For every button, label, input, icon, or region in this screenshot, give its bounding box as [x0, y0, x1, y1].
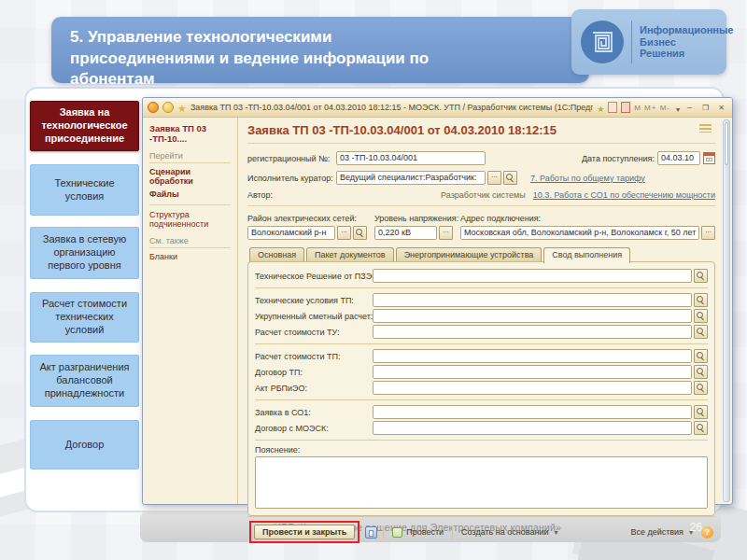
search-icon [697, 384, 705, 393]
tab-paket-dokumentov[interactable]: Пакет документов [306, 247, 394, 262]
save-icon[interactable] [365, 526, 377, 539]
logo-text-line: Бизнес [640, 36, 733, 49]
ellipsis-button[interactable] [487, 171, 501, 185]
lookup-button[interactable] [694, 365, 708, 379]
app-window: Заявка ТП 03 -ТП-10.03.04/001 от 04.03.2… [142, 97, 733, 505]
nav-link-files[interactable]: Файлы [149, 189, 231, 199]
field-input[interactable] [373, 349, 692, 363]
district-input[interactable]: Волоколамский р-н [247, 226, 335, 240]
lookup-button[interactable] [694, 325, 708, 339]
close-button[interactable] [715, 102, 727, 113]
field-label: Расчет стоимости ТУ: [255, 328, 373, 337]
field-input[interactable] [373, 381, 692, 395]
create-based-on-button[interactable]: Создать на основании [458, 525, 560, 539]
form-caption: Заявка ТП 03 -ТП-10.03.04/001 от 04.03.2… [247, 123, 715, 137]
ellipsis-button[interactable] [701, 226, 715, 240]
lookup-button[interactable] [694, 421, 708, 435]
field-input[interactable] [373, 293, 692, 307]
curator-label: Исполнитель куратор: [247, 174, 336, 183]
post-button[interactable]: Провести [389, 525, 446, 539]
ellipsis-button[interactable] [337, 226, 351, 240]
author-label: Автор: [247, 190, 336, 200]
date-label: Дата поступления: [582, 154, 655, 163]
favorites-star-icon[interactable] [177, 99, 187, 116]
field-input[interactable] [373, 309, 692, 323]
divider [255, 343, 708, 344]
nav-link-structure[interactable]: Структура подчиненности [149, 204, 231, 229]
search-icon [506, 174, 514, 183]
nav-link-blanks[interactable]: Бланки [149, 252, 231, 261]
field-label: Технические условия ТП: [255, 296, 373, 305]
ellipsis-button[interactable] [439, 226, 453, 240]
add-favorite-icon[interactable] [597, 99, 604, 116]
create-based-on-label: Создать на основании [461, 527, 548, 537]
date-input[interactable]: 04.03.10 [657, 151, 700, 165]
calendar-icon[interactable] [703, 152, 715, 164]
highlight-annotation: Провести и закрыть [249, 521, 359, 543]
lookup-button[interactable] [694, 309, 708, 323]
field-label: Техническое Решение от ПЗЭС: [255, 272, 373, 281]
help-icon[interactable] [701, 526, 713, 539]
tab-osnovnaya[interactable]: Основная [249, 247, 304, 262]
voltage-input[interactable]: 0,220 кВ [374, 226, 437, 240]
lookup-button[interactable] [694, 269, 708, 283]
system-menu-button[interactable] [148, 102, 159, 113]
field-row: Укрупненный сметный расчет: [255, 309, 708, 323]
field-input[interactable] [373, 269, 692, 283]
logo-divider [631, 21, 632, 63]
maximize-button[interactable] [699, 102, 712, 113]
tariff-work-link[interactable]: 7. Работы по общему тарифу [530, 174, 645, 183]
chevron-down-icon [552, 527, 557, 537]
lookup-button[interactable] [694, 405, 708, 419]
flow-step-tech-conditions: Технические условия [30, 164, 139, 216]
search-icon [697, 424, 705, 433]
lookup-button[interactable] [694, 381, 708, 395]
lookup-button[interactable] [503, 171, 517, 185]
document-icon[interactable] [608, 102, 617, 113]
reg-number-input[interactable]: 03 -ТП-10.03.04/001 [336, 151, 486, 165]
window-titlebar[interactable]: Заявка ТП 03 -ТП-10.03.04/001 от 04.03.2… [143, 98, 732, 118]
flow-step-network-org-request: Заявка в сетевую организацию первого уро… [30, 227, 139, 279]
all-actions-label: Все действия [630, 527, 684, 537]
form-menu-icon[interactable] [699, 124, 712, 133]
voltage-label: Уровень напряжения: [374, 214, 453, 223]
reg-number-label: регистрационный №: [247, 154, 336, 163]
back-button[interactable] [162, 102, 174, 113]
lookup-button[interactable] [694, 349, 708, 363]
flow-step-cost-calc: Расчет стоимости технических условий [30, 292, 139, 343]
lookup-button[interactable] [353, 226, 367, 240]
field-input[interactable] [373, 365, 692, 379]
scrollbar-thumb[interactable] [725, 122, 728, 165]
search-icon [697, 312, 705, 321]
logo-spiral-icon [581, 21, 624, 63]
post-and-close-button[interactable]: Провести и закрыть [254, 525, 355, 539]
logo-text-line: Информационные [640, 24, 733, 36]
note-textarea[interactable] [255, 456, 708, 509]
vertical-scrollbar[interactable] [723, 119, 730, 502]
calculator-memory-buttons[interactable]: М М+ М- [634, 104, 670, 112]
field-row: Расчет стоимости ТП: [255, 349, 708, 363]
field-input[interactable] [373, 405, 692, 419]
nav-link-scenarios[interactable]: Сценарии обработки [149, 167, 231, 186]
field-input[interactable] [373, 421, 692, 435]
all-actions-button[interactable]: Все действия [627, 525, 696, 539]
search-icon [697, 328, 705, 337]
document-icon[interactable] [621, 102, 630, 113]
chevron-down-icon[interactable] [674, 99, 680, 116]
company-logo: Информационные Бизнес Решения [571, 9, 726, 75]
tab-energo-ustroystva[interactable]: Энергопринимающие устройства [396, 247, 543, 262]
field-input[interactable] [373, 325, 692, 339]
note-label: Пояснение: [255, 445, 708, 455]
divider [255, 440, 708, 441]
lookup-button[interactable] [694, 293, 708, 307]
tab-svod-vypolneniya[interactable]: Свод выполнения [543, 247, 630, 263]
logo-text-line: Решения [640, 48, 733, 60]
divider [247, 205, 715, 206]
curator-input[interactable]: Ведущий специалист:Разработчик: [336, 171, 486, 185]
field-label: Договор ТП: [255, 368, 373, 377]
minimize-button[interactable] [684, 102, 696, 113]
flow-step-balance-act: Акт разграничения балансовой принадлежно… [30, 355, 139, 407]
address-input[interactable]: Московская обл, Волоколамский р-н, Волок… [460, 226, 699, 240]
nav-section-see-also: См. также [149, 236, 231, 248]
capacity-work-link[interactable]: 10.3. Работа с СО1 по обеспечению мощнос… [533, 190, 715, 200]
